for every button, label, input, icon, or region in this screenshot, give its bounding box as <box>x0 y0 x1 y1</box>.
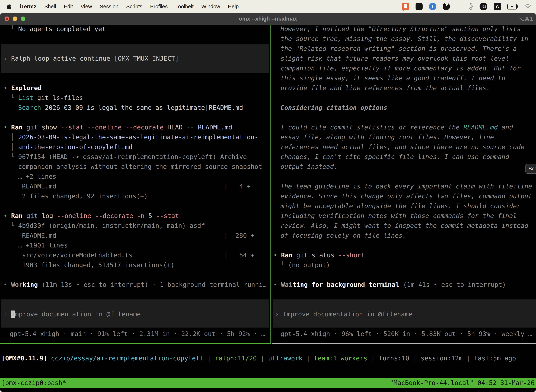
text-segment: 4b9d30f (origin/main, instructkr/main, m… <box>18 222 205 229</box>
terminal-line: changes, I can't cite specific file line… <box>281 152 509 162</box>
close-button[interactable] <box>5 17 9 21</box>
text-segment: this single essay, it seems like a good … <box>281 75 505 82</box>
text-segment: | <box>203 355 215 362</box>
terminal-line: │ 2026-03-09-is-legal-the-same-as-legiti… <box>10 132 258 142</box>
text-segment: ultrawork <box>268 355 302 362</box>
terminal-line: this single essay, it seems like a good … <box>281 73 505 83</box>
text-segment: … +1901 lines <box>10 242 68 249</box>
text-segment: └ <box>281 261 288 269</box>
text-segment: No agents completed yet <box>18 25 106 33</box>
text-segment: --stat --oneline --decorate <box>61 124 163 131</box>
text-segment <box>23 124 26 131</box>
terminal-line: › Improve documentation in @filename <box>275 309 412 319</box>
window-shortcut-badge: ⌥⌘1 <box>518 13 533 25</box>
text-segment: • <box>4 124 11 131</box>
text-segment: Wor <box>11 281 23 288</box>
text-segment <box>292 252 296 259</box>
text-segment: › <box>275 311 283 318</box>
text-segment <box>23 212 26 219</box>
timer-badge-icon[interactable]: ..61 <box>479 3 487 10</box>
terminal-line: However, I noticed the "Directory Struct… <box>281 24 521 34</box>
shield-grid-icon[interactable] <box>416 3 423 10</box>
terminal-line: of focusing solely on file lines. <box>281 231 406 240</box>
text-segment: the "Related research writing" section i… <box>281 45 517 52</box>
terminal-line: companion file, especially if more comme… <box>281 63 521 73</box>
text-segment: └ <box>10 222 18 229</box>
window-title: omx --xhigh --madmax <box>239 13 297 25</box>
menu-item-edit[interactable]: Edit <box>64 4 73 9</box>
text-segment: 2026-03-09-is-legal-the-same-as-legitima… <box>18 134 258 141</box>
text-segment: | <box>463 355 474 362</box>
menu-item-help[interactable]: Help <box>228 4 239 9</box>
pac-circle-icon[interactable] <box>443 3 450 10</box>
wifi-icon[interactable] <box>524 4 531 9</box>
text-segment: 067f154 (HEAD -> essay/ai-reimplementati… <box>18 153 247 160</box>
text-segment: git <box>26 212 38 219</box>
menu-item-view[interactable]: View <box>81 4 92 9</box>
terminal-line: 2 files changed, 92 insertions(+) <box>10 191 148 201</box>
text-segment: Search <box>10 104 41 111</box>
text-segment: essay file, along with finding root file… <box>281 134 494 141</box>
menu-item-iterm2[interactable]: iTerm2 <box>20 4 37 9</box>
minimize-button[interactable] <box>13 17 17 21</box>
text-segment: README.md | 4 + <box>10 183 251 190</box>
squiggle-icon[interactable] <box>469 3 473 10</box>
terminal-line: The team guideline is to back every impo… <box>281 182 532 191</box>
terminal-line: including verification notes with those … <box>281 211 517 221</box>
text-segment: • <box>4 212 11 219</box>
input-source-icon[interactable]: A <box>494 3 501 10</box>
text-segment: I <box>11 311 15 318</box>
battery-icon[interactable] <box>507 4 518 9</box>
text-segment: --stat <box>156 212 179 219</box>
text-segment: the source tree, missing the essay. Stil… <box>281 35 528 42</box>
text-segment: | <box>367 355 379 362</box>
terminal-line: … +2 lines <box>10 172 56 182</box>
text-segment: › <box>4 55 11 62</box>
menu-bar: iTerm2 ShellEditViewSessionScriptsProfil… <box>0 0 536 13</box>
text-segment: ting for background terminal <box>292 281 399 288</box>
menu-item-window[interactable]: Window <box>201 4 220 9</box>
text-segment: and <box>498 124 513 131</box>
zoom-button[interactable] <box>21 17 25 21</box>
terminal-line: • Working (11m 13s • esc to interrupt) ·… <box>4 280 267 289</box>
left-pane-bottom-border <box>0 343 271 344</box>
terminal-line: • Waiting for background terminal (1m 41… <box>273 280 506 289</box>
pane-divider[interactable] <box>270 25 271 344</box>
text-segment: (1m 41s • esc to interrupt) <box>399 281 506 288</box>
terminal-line: src/voice/voiceModeEnabled.ts | 54 + <box>10 250 254 260</box>
text-segment: git <box>296 252 308 259</box>
tmux-host-clock-label: "MacBook-Pro-44.local" 04:52 31-Mar-26 <box>390 378 535 388</box>
terminal-line: the source tree, missing the essay. Stil… <box>281 34 528 44</box>
screen-record-icon[interactable] <box>402 3 409 10</box>
text-segment: gpt-5.4 xhigh · 96% left · 520K in · 5.8… <box>281 330 532 337</box>
terminal-line: slight risk that future readers may over… <box>281 54 509 63</box>
menu-item-toolbelt[interactable]: Toolbelt <box>176 4 194 9</box>
text-segment: session:12m <box>421 355 463 362</box>
terminal-line: gpt-5.4 xhigh · main · 91% left · 2.31M … <box>10 329 265 339</box>
terminal-line: evidence. Since this change only affects… <box>281 191 532 201</box>
window-title-bar[interactable]: omx --xhigh --madmax ⌥⌘1 <box>0 13 536 25</box>
menu-item-session[interactable]: Session <box>100 4 119 9</box>
omx-status-line: [OMX#0.11.9] cczip/essay/ai-reimplementa… <box>1 353 516 363</box>
text-segment: and-the-erosion-of-copyleft.md <box>18 143 132 150</box>
text-segment: 5 <box>144 212 156 219</box>
text-segment: Considering citation options <box>281 104 387 111</box>
terminal-line: Search 2026-03-09-is-legal-the-same-as-l… <box>10 103 243 112</box>
spark-badge-icon[interactable] <box>429 3 436 10</box>
text-segment: src/voice/voiceModeEnabled.ts | 54 + <box>10 252 254 259</box>
text-segment: status <box>308 252 338 259</box>
screen-share-overlay[interactable]: Scre <box>526 164 536 174</box>
text-segment: slight risk that future readers may over… <box>281 55 509 62</box>
terminal-line: references need actual files, and since … <box>281 142 524 152</box>
menu-item-shell[interactable]: Shell <box>44 4 56 9</box>
menu-item-scripts[interactable]: Scripts <box>126 4 143 9</box>
menu-item-profiles[interactable]: Profiles <box>150 4 168 9</box>
text-segment: README.md | 280 + <box>10 232 254 239</box>
text-segment: references need actual files, and since … <box>281 143 524 150</box>
dots-grid-icon[interactable] <box>456 4 462 9</box>
apple-menu-icon[interactable] <box>7 4 12 9</box>
traffic-lights <box>5 17 25 21</box>
terminal-line: review. Also, I might want to inspect th… <box>281 221 528 231</box>
text-segment: companion file, especially if more comme… <box>281 65 521 72</box>
text-segment: might be acceptable alongside the file l… <box>281 202 521 210</box>
